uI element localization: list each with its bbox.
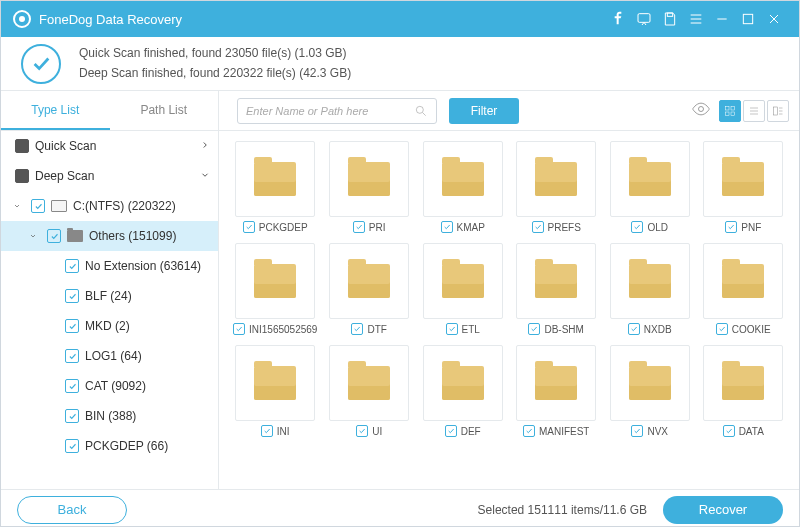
tree-child-row[interactable]: BIN (388) [1, 401, 218, 431]
grid-item[interactable]: COOKIE [701, 243, 785, 335]
checkbox-icon[interactable] [65, 439, 79, 453]
tree-quick-scan[interactable]: Quick Scan [1, 131, 218, 161]
grid-item[interactable]: INI [233, 345, 317, 437]
back-button[interactable]: Back [17, 496, 127, 524]
item-checkbox[interactable] [725, 221, 737, 233]
item-checkbox[interactable] [353, 221, 365, 233]
grid-item[interactable]: PCKGDEP [233, 141, 317, 233]
chevron-right-icon[interactable] [200, 139, 210, 153]
grid-item[interactable]: NXDB [608, 243, 692, 335]
item-thumbnail[interactable] [235, 243, 315, 319]
chevron-down-icon[interactable] [9, 202, 25, 210]
tree-others[interactable]: Others (151099) [1, 221, 218, 251]
checkbox-icon[interactable] [65, 259, 79, 273]
menu-icon[interactable] [683, 6, 709, 32]
item-thumbnail[interactable] [610, 345, 690, 421]
sidebar-tree[interactable]: Quick Scan Deep Scan C:(NTFS) (220322) O… [1, 131, 219, 489]
item-thumbnail[interactable] [423, 345, 503, 421]
checkbox-icon[interactable] [65, 349, 79, 363]
tree-child-row[interactable]: MKD (2) [1, 311, 218, 341]
grid-item[interactable]: DEF [421, 345, 505, 437]
checkbox-icon[interactable] [65, 409, 79, 423]
grid-item[interactable]: OLD [608, 141, 692, 233]
checkbox-icon[interactable] [65, 379, 79, 393]
preview-toggle-icon[interactable] [691, 99, 711, 123]
item-thumbnail[interactable] [423, 243, 503, 319]
item-checkbox[interactable] [631, 425, 643, 437]
grid-item[interactable]: DTF [327, 243, 411, 335]
item-thumbnail[interactable] [703, 345, 783, 421]
file-grid[interactable]: PCKGDEPPRIKMAPPREFSOLDPNFINI1565052569DT… [219, 131, 799, 489]
chevron-down-icon[interactable] [200, 169, 210, 183]
item-thumbnail[interactable] [610, 243, 690, 319]
tree-child-row[interactable]: No Extension (63614) [1, 251, 218, 281]
grid-item[interactable]: DB-SHM [514, 243, 598, 335]
item-thumbnail[interactable] [235, 141, 315, 217]
item-thumbnail[interactable] [329, 243, 409, 319]
minimize-icon[interactable] [709, 6, 735, 32]
checkbox-icon[interactable] [15, 169, 29, 183]
item-checkbox[interactable] [356, 425, 368, 437]
tree-deep-scan[interactable]: Deep Scan [1, 161, 218, 191]
item-thumbnail[interactable] [516, 141, 596, 217]
checkbox-icon[interactable] [15, 139, 29, 153]
facebook-icon[interactable] [605, 6, 631, 32]
item-checkbox[interactable] [716, 323, 728, 335]
tree-child-row[interactable]: LOG1 (64) [1, 341, 218, 371]
grid-item[interactable]: DATA [701, 345, 785, 437]
item-thumbnail[interactable] [703, 243, 783, 319]
item-checkbox[interactable] [446, 323, 458, 335]
view-detail-icon[interactable] [767, 100, 789, 122]
item-thumbnail[interactable] [329, 141, 409, 217]
item-thumbnail[interactable] [423, 141, 503, 217]
grid-item[interactable]: PRI [327, 141, 411, 233]
item-checkbox[interactable] [351, 323, 363, 335]
checkbox-icon[interactable] [65, 289, 79, 303]
item-checkbox[interactable] [445, 425, 457, 437]
item-checkbox[interactable] [631, 221, 643, 233]
checkbox-icon[interactable] [65, 319, 79, 333]
grid-item[interactable]: KMAP [421, 141, 505, 233]
grid-item[interactable]: PREFS [514, 141, 598, 233]
tab-type-list[interactable]: Type List [1, 91, 110, 130]
item-checkbox[interactable] [628, 323, 640, 335]
item-checkbox[interactable] [441, 221, 453, 233]
item-checkbox[interactable] [523, 425, 535, 437]
recover-button[interactable]: Recover [663, 496, 783, 524]
item-thumbnail[interactable] [703, 141, 783, 217]
item-checkbox[interactable] [532, 221, 544, 233]
filter-button[interactable]: Filter [449, 98, 519, 124]
item-checkbox[interactable] [723, 425, 735, 437]
grid-item[interactable]: UI [327, 345, 411, 437]
item-thumbnail[interactable] [235, 345, 315, 421]
tree-drive[interactable]: C:(NTFS) (220322) [1, 191, 218, 221]
maximize-icon[interactable] [735, 6, 761, 32]
search-input[interactable] [246, 105, 414, 117]
item-checkbox[interactable] [261, 425, 273, 437]
checkbox-icon[interactable] [31, 199, 45, 213]
view-list-icon[interactable] [743, 100, 765, 122]
item-checkbox[interactable] [528, 323, 540, 335]
item-thumbnail[interactable] [516, 243, 596, 319]
grid-item[interactable]: ETL [421, 243, 505, 335]
grid-item[interactable]: PNF [701, 141, 785, 233]
item-checkbox[interactable] [233, 323, 245, 335]
grid-item[interactable]: NVX [608, 345, 692, 437]
tree-child-row[interactable]: CAT (9092) [1, 371, 218, 401]
tree-child-row[interactable]: BLF (24) [1, 281, 218, 311]
tab-path-list[interactable]: Path List [110, 91, 219, 130]
grid-item[interactable]: INI1565052569 [233, 243, 317, 335]
item-thumbnail[interactable] [610, 141, 690, 217]
checkbox-icon[interactable] [47, 229, 61, 243]
item-checkbox[interactable] [243, 221, 255, 233]
chevron-down-icon[interactable] [25, 232, 41, 240]
grid-item[interactable]: MANIFEST [514, 345, 598, 437]
view-grid-icon[interactable] [719, 100, 741, 122]
close-icon[interactable] [761, 6, 787, 32]
item-thumbnail[interactable] [329, 345, 409, 421]
save-icon[interactable] [657, 6, 683, 32]
tree-child-row[interactable]: PCKGDEP (66) [1, 431, 218, 461]
feedback-icon[interactable] [631, 6, 657, 32]
item-thumbnail[interactable] [516, 345, 596, 421]
search-box[interactable] [237, 98, 437, 124]
